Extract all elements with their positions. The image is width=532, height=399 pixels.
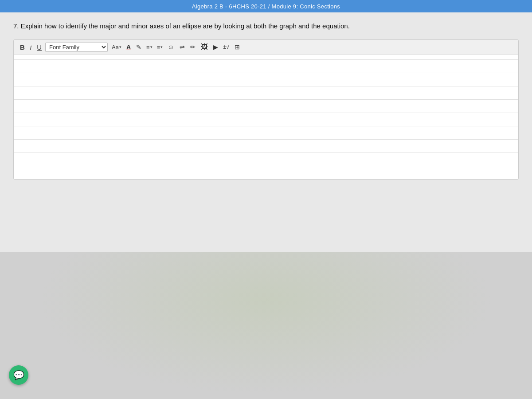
align-dropdown[interactable]: ≡ ▾: [145, 43, 154, 51]
top-bar: Algebra 2 B - 6HCHS 20-21 / Module 9: Co…: [0, 0, 532, 12]
align-caret: ▾: [150, 45, 153, 49]
formula-button[interactable]: ±√: [222, 43, 231, 51]
list-icon: ≡: [157, 44, 160, 51]
video-button[interactable]: ▶: [211, 43, 220, 51]
highlight-icon: ✎: [136, 44, 141, 50]
link-icon: ⇌: [180, 44, 185, 50]
font-size-dropdown[interactable]: Aa ▾: [110, 43, 123, 51]
question-number: 7.: [13, 22, 19, 30]
image-icon: 🖼: [201, 43, 208, 51]
table-button[interactable]: ⊞: [233, 43, 242, 51]
list-dropdown[interactable]: ≡ ▾: [156, 43, 164, 51]
underline-button[interactable]: U: [35, 43, 43, 51]
list-caret: ▾: [160, 45, 163, 49]
editor-toolbar: B i U Font Family Arial Times New Roman …: [14, 40, 518, 55]
table-icon: ⊞: [235, 44, 240, 50]
emoji-icon: ☺: [168, 44, 174, 50]
font-size-caret: ▾: [119, 45, 121, 49]
bottom-area: 💬: [0, 252, 532, 399]
font-size-label: Aa: [112, 44, 119, 51]
align-icon: ≡: [146, 44, 150, 51]
chat-icon: 💬: [13, 370, 24, 380]
question-text: 7. Explain how to identify the major and…: [13, 21, 519, 31]
link-button[interactable]: ⇌: [178, 43, 187, 51]
edit-button[interactable]: ✏: [188, 43, 197, 51]
font-color-button[interactable]: A: [125, 43, 133, 51]
font-family-select[interactable]: Font Family Arial Times New Roman Courie…: [45, 43, 108, 52]
play-icon: ▶: [213, 44, 218, 50]
italic-button[interactable]: i: [28, 43, 33, 51]
emoji-button[interactable]: ☺: [166, 43, 176, 51]
main-content: 7. Explain how to identify the major and…: [0, 12, 532, 252]
highlight-button[interactable]: ✎: [134, 43, 143, 51]
top-bar-title: Algebra 2 B - 6HCHS 20-21 / Module 9: Co…: [192, 3, 340, 10]
edit-icon: ✏: [190, 44, 196, 50]
question-body: Explain how to identify the major and mi…: [21, 22, 350, 30]
rich-text-editor: B i U Font Family Arial Times New Roman …: [13, 39, 519, 180]
chat-bubble-button[interactable]: 💬: [9, 365, 28, 385]
bold-button[interactable]: B: [18, 43, 27, 51]
font-color-icon: A: [126, 44, 131, 50]
editor-content-area[interactable]: [14, 55, 518, 179]
formula-icon: ±√: [223, 44, 229, 50]
image-button[interactable]: 🖼: [199, 43, 210, 51]
